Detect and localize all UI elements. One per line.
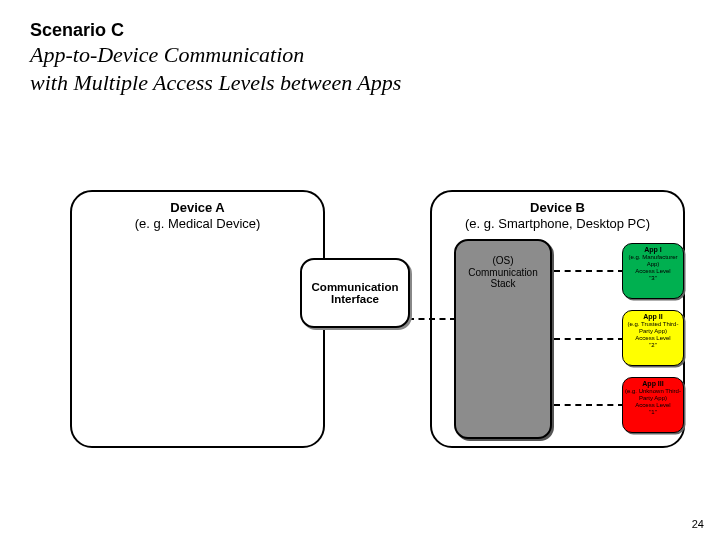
app-2-name: App II <box>624 313 682 321</box>
slide-header: Scenario C App-to-Device Communication w… <box>30 20 401 96</box>
os-stack-line1: (OS) <box>456 255 550 267</box>
os-stack-box: (OS) Communication Stack <box>454 239 552 439</box>
app-3-name: App III <box>624 380 682 388</box>
comm-interface-line2: Interface <box>304 293 406 305</box>
os-stack-line2: Communication <box>456 267 550 279</box>
app-1-box: App I (e.g. Manufacturer App) Access Lev… <box>622 243 684 299</box>
app-1-level: "3" <box>624 275 682 282</box>
app-1-name: App I <box>624 246 682 254</box>
device-a-subtitle: (e. g. Medical Device) <box>135 216 261 231</box>
page-number: 24 <box>692 518 704 530</box>
app-2-level: "2" <box>624 342 682 349</box>
device-b-name: Device B <box>530 200 585 215</box>
app-2-box: App II (e.g. Trusted Third-Party App) Ac… <box>622 310 684 366</box>
device-a-title: Device A (e. g. Medical Device) <box>72 200 323 231</box>
connector-ci-os <box>408 318 456 320</box>
app-3-level: "1" <box>624 409 682 416</box>
connector-os-app3 <box>554 404 624 406</box>
connector-os-app1 <box>554 270 624 272</box>
device-b-subtitle: (e. g. Smartphone, Desktop PC) <box>465 216 650 231</box>
connector-os-app2 <box>554 338 624 340</box>
diagram-area: Device A (e. g. Medical Device) Device B… <box>70 180 670 460</box>
comm-interface-line1: Communication <box>304 281 406 293</box>
device-a-name: Device A <box>170 200 224 215</box>
app-3-desc: (e.g. Unknown Third-Party App) <box>624 388 682 402</box>
app-3-level-label: Access Level <box>624 402 682 409</box>
title-line-1: App-to-Device Communication <box>30 41 401 69</box>
device-a-box: Device A (e. g. Medical Device) <box>70 190 325 448</box>
device-b-title: Device B (e. g. Smartphone, Desktop PC) <box>432 200 683 231</box>
app-1-level-label: Access Level <box>624 268 682 275</box>
os-stack-line3: Stack <box>456 278 550 290</box>
app-3-box: App III (e.g. Unknown Third-Party App) A… <box>622 377 684 433</box>
app-2-desc: (e.g. Trusted Third-Party App) <box>624 321 682 335</box>
scenario-label: Scenario C <box>30 20 401 41</box>
title-line-2: with Multiple Access Levels between Apps <box>30 69 401 97</box>
app-1-desc: (e.g. Manufacturer App) <box>624 254 682 268</box>
app-2-level-label: Access Level <box>624 335 682 342</box>
comm-interface-box: Communication Interface <box>300 258 410 328</box>
